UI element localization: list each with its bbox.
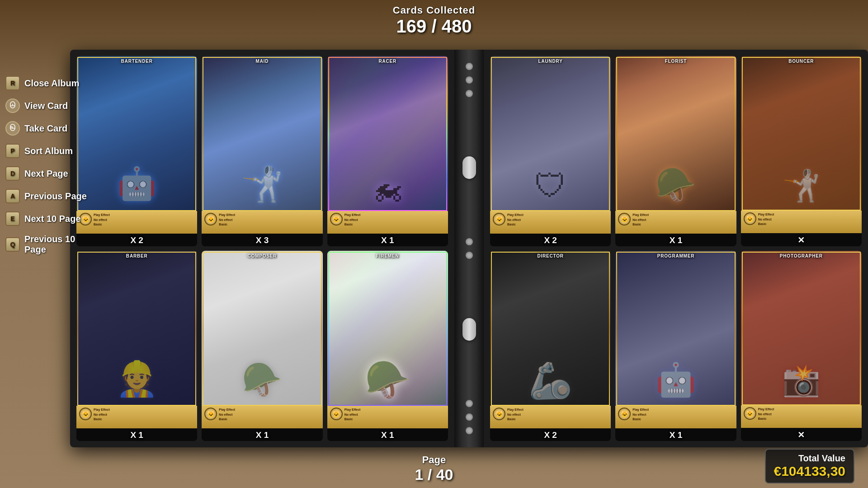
card-barber-art: Barber 👷 bbox=[76, 251, 197, 406]
close-album-label: Close Album bbox=[24, 78, 80, 89]
cat-icon-bouncer: 🐱 bbox=[744, 212, 756, 225]
view-card-button[interactable]: View Card bbox=[0, 95, 99, 117]
card-florist-title: Florist bbox=[615, 59, 736, 64]
page-left: Bartender 🤖 🐱 Play Effect No effect Basi… bbox=[70, 50, 454, 447]
card-programmer-art: Programmer 🤖 bbox=[615, 251, 736, 406]
count-racer: X 1 bbox=[327, 234, 448, 246]
spine-dots-bot bbox=[466, 398, 473, 436]
spine-handle-bottom bbox=[462, 318, 476, 341]
take-card-label: Take Card bbox=[24, 123, 67, 134]
cat-icon-programmer: 🐱 bbox=[618, 408, 631, 420]
card-laundry[interactable]: Laundry 🛡 🐱 Play Effect No effect Basic … bbox=[490, 56, 611, 246]
card-florist-art: Florist 🪖 bbox=[615, 56, 736, 211]
count-programmer: X 1 bbox=[615, 428, 736, 441]
card-laundry-info: 🐱 Play Effect No effect Basic bbox=[490, 211, 611, 234]
close-album-button[interactable]: R Close Album bbox=[0, 72, 99, 94]
card-maid-title: Maid bbox=[202, 59, 322, 64]
next-10-page-button[interactable]: E Next 10 Page bbox=[0, 208, 99, 230]
view-card-label: View Card bbox=[24, 101, 68, 111]
total-value-box: Total Value €104133,30 bbox=[765, 449, 855, 483]
sidebar: R Close Album View Card Take Card P Sort… bbox=[0, 72, 99, 258]
card-florist-info: 🐱 Play Effect No effect Basic bbox=[615, 211, 736, 234]
cat-icon-composer: 🐱 bbox=[204, 408, 217, 420]
card-photographer[interactable]: Photographer 📸 🐱 Play Effect No effect B… bbox=[741, 251, 862, 441]
card-firemen-art: Firemen 🪖 bbox=[327, 251, 448, 406]
next-10-page-label: Next 10 Page bbox=[24, 214, 81, 224]
previous-page-label: Previous Page bbox=[24, 191, 87, 202]
sort-album-button[interactable]: P Sort Album bbox=[0, 140, 99, 162]
key-r: R bbox=[5, 76, 20, 90]
key-p: P bbox=[5, 144, 20, 158]
cat-icon-maid: 🐱 bbox=[204, 213, 217, 225]
card-bartender-title: Bartender bbox=[76, 59, 197, 64]
page-label: Page bbox=[415, 454, 453, 466]
count-composer: X 1 bbox=[202, 428, 322, 441]
count-bouncer: ✕ bbox=[741, 233, 862, 246]
card-bouncer-art: Bouncer 🤺 bbox=[741, 56, 862, 211]
count-laundry: X 2 bbox=[490, 234, 611, 246]
card-programmer-info: 🐱 Play Effect No effect Basic bbox=[615, 406, 736, 428]
mouse-icon-view bbox=[5, 99, 20, 113]
card-firemen-info: 🐱 Play Effect No effect Basic bbox=[327, 406, 448, 428]
card-programmer-title: Programmer bbox=[615, 253, 736, 258]
card-laundry-art: Laundry 🛡 bbox=[490, 56, 611, 211]
header: Cards Collected 169 / 480 bbox=[0, 0, 868, 37]
cards-collected-value: 169 / 480 bbox=[0, 16, 868, 37]
card-barber[interactable]: Barber 👷 🐱 Play Effect No effect Basic X… bbox=[76, 251, 197, 441]
spine-handle-top bbox=[462, 156, 476, 179]
card-firemen[interactable]: Firemen 🪖 🐱 Play Effect No effect Basic … bbox=[327, 251, 448, 441]
card-composer[interactable]: Composer 🪖 🐱 Play Effect No effect Basic… bbox=[202, 251, 322, 441]
card-racer[interactable]: Racer 🏍 🐱 Play Effect No effect Basic X … bbox=[327, 56, 448, 246]
svg-point-6 bbox=[11, 127, 12, 128]
card-director[interactable]: Director 🦾 🐱 Play Effect No effect Basic… bbox=[490, 251, 611, 441]
card-composer-info: 🐱 Play Effect No effect Basic bbox=[202, 406, 322, 428]
count-photographer: ✕ bbox=[741, 428, 862, 441]
cards-collected-label: Cards Collected bbox=[0, 5, 868, 16]
cat-icon-barber: 🐱 bbox=[79, 408, 92, 420]
key-a: A bbox=[5, 189, 20, 203]
card-photographer-info: 🐱 Play Effect No effect Basic bbox=[741, 405, 862, 428]
basic-bartender: Basic bbox=[94, 222, 194, 227]
card-director-title: Director bbox=[490, 253, 611, 258]
count-barber: X 1 bbox=[76, 428, 197, 441]
card-photographer-art: Photographer 📸 bbox=[741, 251, 862, 405]
card-florist[interactable]: Florist 🪖 🐱 Play Effect No effect Basic … bbox=[615, 56, 736, 246]
key-q: Q bbox=[5, 237, 20, 252]
card-firemen-title: Firemen bbox=[327, 253, 448, 258]
count-maid: X 3 bbox=[202, 234, 322, 246]
spine-dots-top bbox=[466, 61, 473, 99]
count-florist: X 1 bbox=[615, 234, 736, 246]
total-value-label: Total Value bbox=[774, 453, 846, 464]
take-card-button[interactable]: Take Card bbox=[0, 117, 99, 139]
cat-icon-photographer: 🐱 bbox=[744, 407, 756, 420]
total-value-amount: €104133,30 bbox=[774, 464, 846, 479]
mouse-icon-take bbox=[5, 121, 20, 136]
card-photographer-title: Photographer bbox=[741, 253, 862, 258]
effect-bartender-1: Play Effect bbox=[94, 213, 194, 218]
card-composer-art: Composer 🪖 bbox=[202, 251, 322, 406]
effect-bartender-2: No effect bbox=[94, 218, 194, 223]
cat-icon-director: 🐱 bbox=[493, 408, 505, 420]
count-director: X 2 bbox=[490, 428, 611, 441]
next-page-button[interactable]: D Next Page bbox=[0, 163, 99, 184]
key-e: E bbox=[5, 211, 20, 226]
album: Bartender 🤖 🐱 Play Effect No effect Basi… bbox=[70, 50, 868, 447]
album-spine bbox=[454, 50, 484, 447]
previous-10-page-button[interactable]: Q Previous 10 Page bbox=[0, 230, 99, 258]
card-racer-info: 🐱 Play Effect No effect Basic bbox=[327, 211, 448, 234]
card-bouncer[interactable]: Bouncer 🤺 🐱 Play Effect No effect Basic … bbox=[741, 56, 862, 246]
card-programmer[interactable]: Programmer 🤖 🐱 Play Effect No effect Bas… bbox=[615, 251, 736, 441]
page-value: 1 / 40 bbox=[415, 466, 453, 483]
spine-dots-mid bbox=[466, 236, 473, 261]
card-bouncer-title: Bouncer bbox=[741, 59, 862, 64]
card-barber-info: 🐱 Play Effect No effect Basic bbox=[76, 406, 197, 428]
count-firemen: X 1 bbox=[327, 428, 448, 441]
card-director-info: 🐱 Play Effect No effect Basic bbox=[490, 406, 611, 428]
key-d: D bbox=[5, 166, 20, 181]
card-maid[interactable]: Maid 🤺 🐱 Play Effect No effect Basic X 3 bbox=[202, 56, 322, 246]
cat-icon-florist: 🐱 bbox=[618, 213, 631, 225]
card-maid-art: Maid 🤺 bbox=[202, 56, 322, 211]
previous-10-page-label: Previous 10 Page bbox=[24, 234, 94, 255]
previous-page-button[interactable]: A Previous Page bbox=[0, 185, 99, 207]
card-racer-art: Racer 🏍 bbox=[327, 56, 448, 211]
